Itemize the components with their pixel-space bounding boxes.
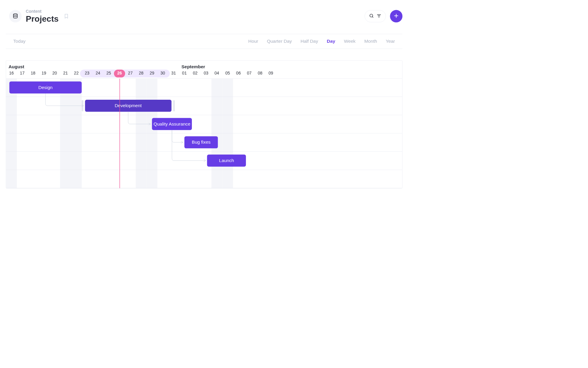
month-label: September (181, 64, 205, 69)
scale-hour[interactable]: Hour (248, 39, 258, 44)
day-axis: 1617181920212223242526272829303101020304… (6, 71, 402, 79)
day-label[interactable]: 21 (60, 71, 71, 75)
day-label[interactable]: 22 (71, 71, 82, 75)
day-label[interactable]: 03 (201, 71, 211, 75)
filter-icon (377, 13, 382, 19)
scale-week[interactable]: Week (344, 39, 355, 44)
day-label[interactable]: 16 (6, 71, 17, 75)
month-label: August (9, 64, 181, 69)
day-label[interactable]: 18 (28, 71, 38, 75)
day-label[interactable]: 23 (82, 71, 92, 75)
scale-year[interactable]: Year (386, 39, 395, 44)
day-label[interactable]: 26 (114, 71, 125, 75)
day-label[interactable]: 07 (244, 71, 255, 75)
task-bar-design[interactable]: Design (9, 81, 82, 93)
resize-handle-right[interactable] (173, 100, 175, 111)
gantt-row: Quality Assurance (6, 115, 402, 134)
plus-icon (393, 13, 399, 19)
scale-selector: Today HourQuarter DayHalf DayDayWeekMont… (6, 34, 403, 49)
gantt-chart: AugustSeptember 161718192021222324252627… (6, 61, 403, 188)
day-label[interactable]: 20 (49, 71, 60, 75)
search-filter-button[interactable] (365, 10, 386, 22)
task-bar-development[interactable]: Development (85, 100, 171, 112)
page-header: Content Projects (6, 9, 403, 23)
day-label[interactable]: 31 (168, 71, 179, 75)
task-bar-quality-assurance[interactable]: Quality Assurance (152, 118, 192, 130)
breadcrumb[interactable]: Content (26, 9, 59, 14)
day-label[interactable]: 01 (179, 71, 190, 75)
day-label[interactable]: 06 (233, 71, 244, 75)
day-label[interactable]: 25 (103, 71, 114, 75)
day-label[interactable]: 02 (190, 71, 200, 75)
day-label[interactable]: 05 (222, 71, 233, 75)
scale-half-day[interactable]: Half Day (301, 39, 318, 44)
search-icon (369, 13, 374, 19)
day-label[interactable]: 08 (255, 71, 265, 75)
day-label[interactable]: 29 (147, 71, 157, 75)
day-label[interactable]: 19 (39, 71, 49, 75)
scale-quarter-day[interactable]: Quarter Day (267, 39, 292, 44)
today-button[interactable]: Today (13, 39, 26, 44)
page-title: Projects (26, 14, 59, 23)
day-label[interactable]: 28 (136, 71, 146, 75)
day-label[interactable]: 30 (157, 71, 168, 75)
bookmark-icon[interactable] (64, 13, 69, 19)
day-label[interactable]: 24 (93, 71, 103, 75)
resize-handle-left[interactable] (82, 100, 83, 111)
scale-month[interactable]: Month (364, 39, 377, 44)
task-bar-launch[interactable]: Launch (207, 155, 246, 167)
add-button[interactable] (390, 10, 402, 22)
task-bar-bug-fixes[interactable]: Bug fixes (184, 136, 218, 148)
gantt-row: Launch (6, 152, 402, 170)
svg-point-0 (13, 14, 17, 15)
gantt-row: Design (6, 79, 402, 97)
gantt-row: Bug fixes (6, 133, 402, 152)
day-label[interactable]: 17 (17, 71, 28, 75)
gantt-row: Development (6, 97, 402, 115)
month-labels: AugustSeptember (6, 61, 402, 71)
scale-day[interactable]: Day (327, 39, 335, 44)
database-icon (9, 10, 22, 22)
day-label[interactable]: 04 (211, 71, 222, 75)
gantt-rows: DesignDevelopmentQuality AssuranceBug fi… (6, 79, 402, 188)
day-label[interactable]: 27 (125, 71, 136, 75)
day-label[interactable]: 09 (265, 71, 276, 75)
